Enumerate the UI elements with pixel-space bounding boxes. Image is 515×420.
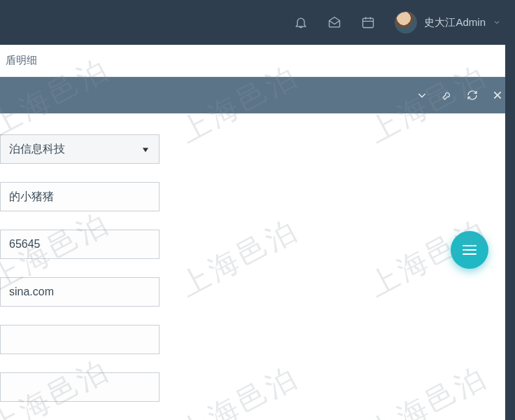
breadcrumb: 盾明细 (0, 45, 515, 77)
text-field-3[interactable]: 65645 (0, 230, 160, 259)
floating-menu-button[interactable] (451, 231, 488, 269)
text-field-3-value: 65645 (9, 238, 41, 251)
company-select-value: 泊信息科技 (9, 142, 65, 157)
form-area: 泊信息科技 的小猪猪 65645 sina.com (0, 113, 515, 402)
text-field-2[interactable]: 的小猪猪 (0, 182, 160, 211)
text-field-4-value: sina.com (9, 286, 54, 298)
user-menu[interactable]: 史大江Admin (395, 11, 501, 34)
panel-toolbar (0, 77, 515, 113)
user-name: 史大江Admin (424, 16, 486, 29)
text-field-2-value: 的小猪猪 (9, 190, 54, 204)
mail-open-icon[interactable] (327, 15, 341, 29)
text-field-4[interactable]: sina.com (0, 277, 160, 307)
wrench-icon[interactable] (441, 89, 453, 102)
company-select[interactable]: 泊信息科技 (0, 134, 160, 164)
avatar (395, 11, 417, 34)
refresh-icon[interactable] (466, 89, 479, 102)
calendar-icon[interactable] (361, 15, 375, 29)
breadcrumb-tail: 盾明细 (6, 54, 37, 67)
right-side-edge (505, 0, 515, 420)
svg-rect-0 (363, 18, 374, 27)
text-field-6[interactable] (0, 372, 160, 402)
chevron-down-icon[interactable] (416, 89, 428, 102)
hamburger-icon (463, 245, 477, 255)
top-bar: 史大江Admin (0, 0, 515, 45)
close-icon[interactable] (491, 89, 504, 102)
bell-icon[interactable] (294, 15, 308, 29)
text-field-5[interactable] (0, 325, 160, 354)
chevron-down-icon (493, 18, 501, 27)
